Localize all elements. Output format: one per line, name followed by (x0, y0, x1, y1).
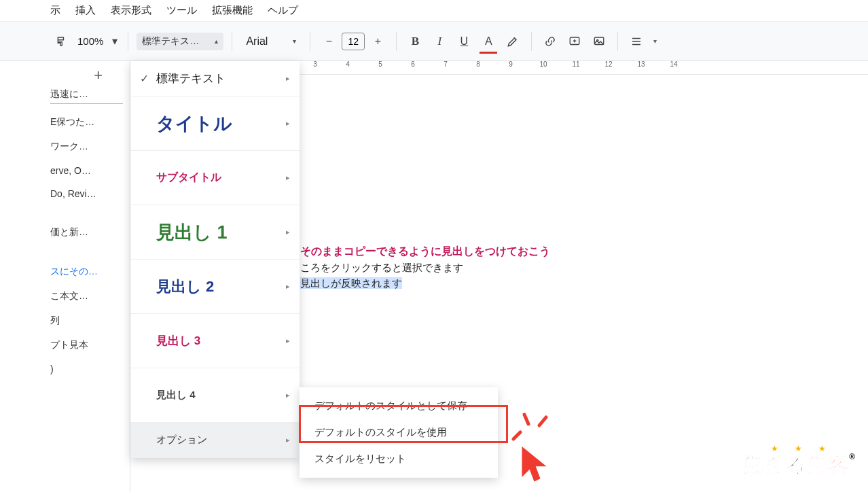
outline-item[interactable]: プト見本 (50, 339, 123, 351)
annotation-click-lines (513, 405, 554, 449)
submenu-arrow-icon: ▸ (286, 119, 290, 128)
outline-sidebar: + 迅速に… E保つた… ワーク… erve, O… Do, Revi… 価と新… (0, 61, 130, 492)
paragraph-style-label: 標準テキス… (142, 35, 199, 48)
brand-text-1: 集まる (742, 454, 807, 476)
style-label: 見出し 4 (156, 389, 286, 402)
caret-up-icon: ▴ (215, 37, 218, 45)
style-subtitle[interactable]: サブタイトル ▸ (130, 151, 300, 205)
zoom-caret-icon[interactable]: ▾ (110, 31, 120, 52)
ruler-label: 7 (444, 60, 448, 68)
menu-format[interactable]: 表示形式 (111, 4, 151, 17)
separator (310, 32, 310, 51)
outline-item[interactable]: 迅速に… (50, 88, 123, 104)
menu-help[interactable]: ヘルプ (268, 4, 298, 17)
style-title[interactable]: タイトル ▸ (130, 96, 300, 151)
style-label: タイトル (156, 111, 286, 136)
separator (232, 32, 232, 51)
outline-item[interactable]: E保つた… (50, 116, 123, 128)
style-label: オプション (156, 434, 286, 446)
submenu-arrow-icon: ▸ (286, 436, 290, 444)
svg-line-5 (539, 417, 546, 425)
doc-heading-line[interactable]: そのままコピーできるように見出しをつけておこう (300, 245, 868, 259)
paint-format-icon[interactable] (50, 31, 71, 52)
caret-down-icon: ▾ (293, 37, 296, 45)
ruler-label: 5 (378, 60, 382, 68)
menu-insert[interactable]: 挿入 (75, 4, 96, 17)
toolbar: 100% ▾ 標準テキス… ▴ Arial ▾ − 12 + B I U A ▾ (0, 22, 868, 61)
outline-item[interactable]: erve, O… (50, 165, 123, 176)
ruler-label: 10 (539, 60, 547, 68)
style-options-submenu: デフォルトのスタイルとして保存 デフォルトのスタイルを使用 スタイルをリセット (300, 387, 498, 478)
italic-button[interactable]: I (429, 31, 450, 52)
ruler-label: 3 (313, 60, 317, 68)
doc-text-line-selected[interactable]: 見出しが反映されます (300, 277, 868, 290)
font-size-decrease-button[interactable]: − (319, 31, 339, 52)
separator (128, 32, 128, 51)
insert-link-button[interactable] (540, 31, 560, 52)
brand-text-2: 集客 (807, 454, 849, 476)
outline-item[interactable]: ワーク… (50, 141, 123, 153)
outline-item[interactable]: 列 (50, 315, 123, 327)
use-default-style[interactable]: デフォルトのスタイルを使用 (300, 419, 498, 446)
highlight-color-button[interactable] (503, 31, 523, 52)
font-size-group: − 12 + (319, 31, 388, 52)
style-heading-1[interactable]: 見出し 1 ▸ (130, 205, 300, 260)
ruler-label: 14 (670, 60, 677, 68)
font-size-input[interactable]: 12 (342, 33, 365, 50)
font-family-label: Arial (246, 35, 268, 48)
align-button[interactable] (626, 31, 647, 52)
svg-line-4 (524, 415, 528, 424)
reset-styles[interactable]: スタイルをリセット (300, 446, 498, 472)
ruler-label: 9 (509, 60, 513, 68)
style-label: 見出し 1 (156, 220, 286, 245)
ruler-label: 12 (604, 60, 612, 68)
menu-bar: 示 挿入 表示形式 ツール 拡張機能 ヘルプ (0, 0, 868, 22)
submenu-arrow-icon: ▸ (286, 173, 290, 182)
submenu-arrow-icon: ▸ (286, 391, 290, 400)
add-comment-button[interactable] (564, 31, 585, 52)
outline-item[interactable]: こ本文… (50, 290, 123, 302)
ruler-label: 11 (572, 60, 579, 68)
outline-item[interactable]: 価と新… (50, 226, 123, 239)
save-as-default-style[interactable]: デフォルトのスタイルとして保存 (300, 393, 498, 419)
insert-image-button[interactable] (589, 31, 609, 52)
ruler-label: 4 (346, 60, 350, 68)
outline-item[interactable]: Do, Revi… (50, 188, 123, 199)
font-size-increase-button[interactable]: + (367, 31, 388, 52)
zoom-level[interactable]: 100% (75, 35, 106, 47)
doc-text-line[interactable]: ころをクリックすると選択できます (300, 262, 868, 275)
style-heading-3[interactable]: 見出し 3 ▸ (130, 314, 300, 368)
font-family-select[interactable]: Arial ▾ (240, 33, 302, 50)
underline-button[interactable]: U (454, 31, 474, 52)
separator (396, 32, 397, 51)
style-label: サブタイトル (156, 171, 286, 185)
style-options[interactable]: オプション ▸ (130, 423, 300, 458)
style-heading-2[interactable]: 見出し 2 ▸ (130, 260, 300, 314)
submenu-arrow-icon: ▸ (286, 228, 290, 236)
style-label: 標準テキスト (156, 71, 286, 86)
brand-logo: ★★★ 集まる集客® (742, 444, 856, 480)
submenu-arrow-icon: ▸ (286, 336, 290, 345)
menu-tools[interactable]: ツール (166, 4, 197, 17)
style-label: 見出し 3 (156, 333, 286, 349)
svg-line-3 (513, 432, 520, 439)
content-area: + 迅速に… E保つた… ワーク… erve, O… Do, Revi… 価と新… (0, 61, 868, 492)
ruler-label: 6 (411, 60, 415, 68)
paragraph-style-select[interactable]: 標準テキス… ▴ (137, 33, 223, 50)
menu-extensions[interactable]: 拡張機能 (212, 4, 253, 17)
paragraph-styles-menu: ✓ 標準テキスト ▸ タイトル ▸ サブタイトル ▸ 見出し 1 ▸ 見出し 2… (130, 61, 300, 458)
outline-item[interactable]: ) (50, 364, 123, 374)
style-label: 見出し 2 (156, 277, 286, 297)
annotation-cursor-icon (519, 443, 556, 489)
align-caret-icon[interactable]: ▾ (651, 31, 659, 52)
text-color-button[interactable]: A (478, 31, 499, 52)
submenu-arrow-icon: ▸ (286, 74, 290, 83)
outline-add-button[interactable]: + (50, 67, 123, 84)
outline-item-active[interactable]: スにその… (50, 266, 123, 278)
ruler-label: 8 (476, 60, 480, 68)
menu-view[interactable]: 示 (50, 4, 60, 17)
style-normal-text[interactable]: ✓ 標準テキスト ▸ (130, 61, 300, 96)
separator (617, 32, 618, 51)
style-heading-4[interactable]: 見出し 4 ▸ (130, 368, 300, 423)
bold-button[interactable]: B (405, 31, 425, 52)
